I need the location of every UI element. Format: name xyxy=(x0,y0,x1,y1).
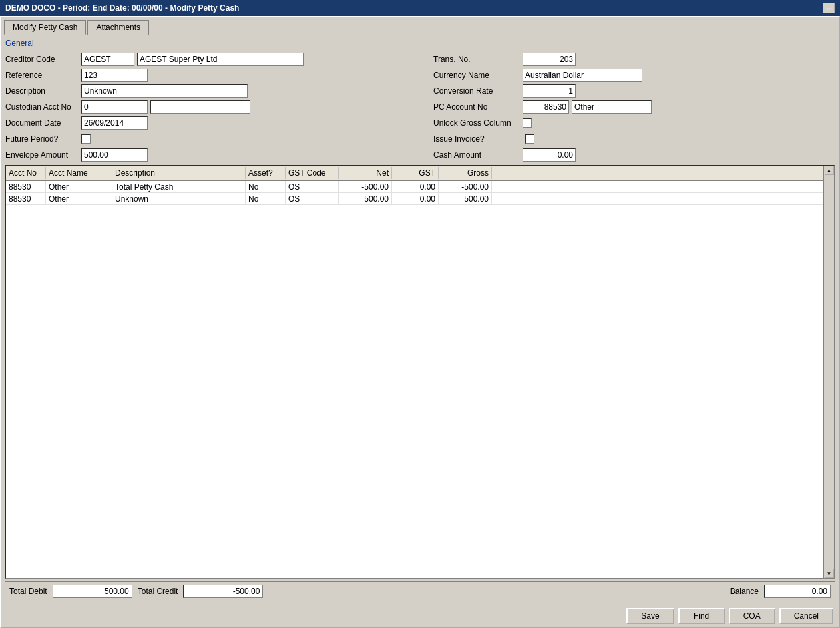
pc-account-no-label: PC Account No xyxy=(433,102,520,112)
unlock-gross-checkbox[interactable] xyxy=(523,118,532,128)
cash-amount-input[interactable] xyxy=(523,148,576,162)
currency-name-input[interactable] xyxy=(523,69,642,82)
description-row: Description xyxy=(5,84,420,98)
custodian-acct-row: Custodian Acct No xyxy=(5,100,420,114)
coa-button[interactable]: COA xyxy=(729,608,775,624)
left-form: Creditor Code Reference Description Cust… xyxy=(5,52,420,162)
form-area: Creditor Code Reference Description Cust… xyxy=(5,52,835,162)
reference-label: Reference xyxy=(5,71,79,80)
col-net: Net xyxy=(339,167,392,179)
tab-attachments[interactable]: Attachments xyxy=(87,20,149,35)
envelope-amount-input[interactable] xyxy=(81,148,148,162)
cash-amount-label: Cash Amount xyxy=(433,150,520,160)
cancel-button[interactable]: Cancel xyxy=(779,608,833,624)
title-text: DEMO DOCO - Period: End Date: 00/00/00 -… xyxy=(5,3,239,13)
col-gst: GST xyxy=(392,167,439,179)
unlock-gross-label: Unlock Gross Column xyxy=(433,118,520,128)
trans-no-label: Trans. No. xyxy=(433,55,520,64)
total-credit-input xyxy=(183,585,263,598)
cell-gross-2: 500.00 xyxy=(439,193,492,204)
custodian-acct-label: Custodian Acct No xyxy=(5,102,79,112)
footer-bar: Total Debit Total Credit Balance xyxy=(5,581,835,601)
cell-desc-1: Total Petty Cash xyxy=(112,181,246,192)
cell-acct-name-1: Other xyxy=(46,181,112,192)
find-button[interactable]: Find xyxy=(678,608,725,624)
future-period-label: Future Period? xyxy=(5,134,79,144)
total-debit-label: Total Debit xyxy=(9,587,47,596)
custodian-acct-input[interactable] xyxy=(81,100,148,114)
save-button[interactable]: Save xyxy=(626,608,674,624)
conversion-rate-label: Conversion Rate xyxy=(433,86,520,96)
document-date-label: Document Date xyxy=(5,118,79,128)
col-description: Description xyxy=(112,167,246,179)
cell-gst-1: OS xyxy=(286,181,339,192)
right-form: Trans. No. Currency Name Conversion Rate… xyxy=(420,52,835,162)
table-row[interactable]: 88530 Other Total Petty Cash No OS -500.… xyxy=(6,181,823,193)
cell-asset-1: No xyxy=(246,181,286,192)
close-button[interactable]: ↔ xyxy=(823,3,835,13)
pc-account-name-input[interactable] xyxy=(572,100,652,114)
creditor-code-label: Creditor Code xyxy=(5,55,79,64)
pc-account-no-row: PC Account No xyxy=(433,100,835,114)
creditor-name-input[interactable] xyxy=(137,53,304,66)
cell-acct-no-2: 88530 xyxy=(6,193,46,204)
cell-extra-2 xyxy=(492,193,823,204)
total-debit-input xyxy=(53,585,132,598)
envelope-amount-row: Envelope Amount xyxy=(5,148,420,162)
cell-acct-no-1: 88530 xyxy=(6,181,46,192)
unlock-gross-row: Unlock Gross Column xyxy=(433,116,835,130)
col-asset: Asset? xyxy=(246,167,286,179)
cell-desc-2: Unknown xyxy=(112,193,246,204)
main-window: Modify Petty Cash Attachments General Cr… xyxy=(0,16,840,628)
cell-gst-amt-1: 0.00 xyxy=(392,181,439,192)
conversion-rate-row: Conversion Rate xyxy=(433,84,835,98)
issue-invoice-row: Issue Invoice? xyxy=(433,132,835,146)
balance-input xyxy=(764,585,831,598)
col-gst-code: GST Code xyxy=(286,167,339,179)
creditor-code-row: Creditor Code xyxy=(5,52,420,67)
document-date-input[interactable] xyxy=(81,116,148,130)
reference-row: Reference xyxy=(5,68,420,82)
col-gross: Gross xyxy=(439,167,492,179)
cell-extra-1 xyxy=(492,181,823,192)
custodian-acct-input2[interactable] xyxy=(150,100,250,114)
future-period-row: Future Period? xyxy=(5,132,420,146)
title-bar: DEMO DOCO - Period: End Date: 00/00/00 -… xyxy=(0,0,840,16)
col-acct-name: Acct Name xyxy=(46,167,112,179)
cash-amount-row: Cash Amount xyxy=(433,148,835,162)
trans-no-input[interactable] xyxy=(523,53,576,66)
table-container: Acct No Acct Name Description Asset? GST… xyxy=(5,165,835,579)
col-extra xyxy=(492,167,823,179)
trans-no-row: Trans. No. xyxy=(433,52,835,67)
cell-acct-name-2: Other xyxy=(46,193,112,204)
cell-gross-1: -500.00 xyxy=(439,181,492,192)
currency-name-row: Currency Name xyxy=(433,68,835,82)
table-row[interactable]: 88530 Other Unknown No OS 500.00 0.00 50… xyxy=(6,193,823,205)
document-date-row: Document Date xyxy=(5,116,420,130)
pc-account-no-input[interactable] xyxy=(523,100,569,114)
tab-bar: Modify Petty Cash Attachments xyxy=(1,17,839,35)
total-credit-label: Total Credit xyxy=(138,587,178,596)
envelope-amount-label: Envelope Amount xyxy=(5,150,79,160)
cell-net-1: -500.00 xyxy=(339,181,392,192)
scroll-down-btn[interactable]: ▼ xyxy=(825,569,834,578)
currency-name-label: Currency Name xyxy=(433,71,520,80)
table-scrollbar[interactable]: ▲ ▼ xyxy=(823,166,834,578)
cell-asset-2: No xyxy=(246,193,286,204)
cell-net-2: 500.00 xyxy=(339,193,392,204)
cell-gst-2: OS xyxy=(286,193,339,204)
table-body: 88530 Other Total Petty Cash No OS -500.… xyxy=(6,181,823,578)
content-area: General Creditor Code Reference Descript… xyxy=(1,35,839,605)
issue-invoice-checkbox[interactable] xyxy=(525,134,534,144)
future-period-checkbox[interactable] xyxy=(81,134,91,144)
creditor-code-input[interactable] xyxy=(81,53,134,66)
col-acct-no: Acct No xyxy=(6,167,46,179)
scroll-up-btn[interactable]: ▲ xyxy=(825,166,834,175)
general-section-label: General xyxy=(5,39,835,48)
reference-input[interactable] xyxy=(81,69,148,82)
description-label: Description xyxy=(5,86,79,96)
tab-modify-petty-cash[interactable]: Modify Petty Cash xyxy=(4,20,86,35)
button-bar: Save Find COA Cancel xyxy=(1,605,839,627)
description-input[interactable] xyxy=(81,84,248,98)
conversion-rate-input[interactable] xyxy=(523,84,576,98)
